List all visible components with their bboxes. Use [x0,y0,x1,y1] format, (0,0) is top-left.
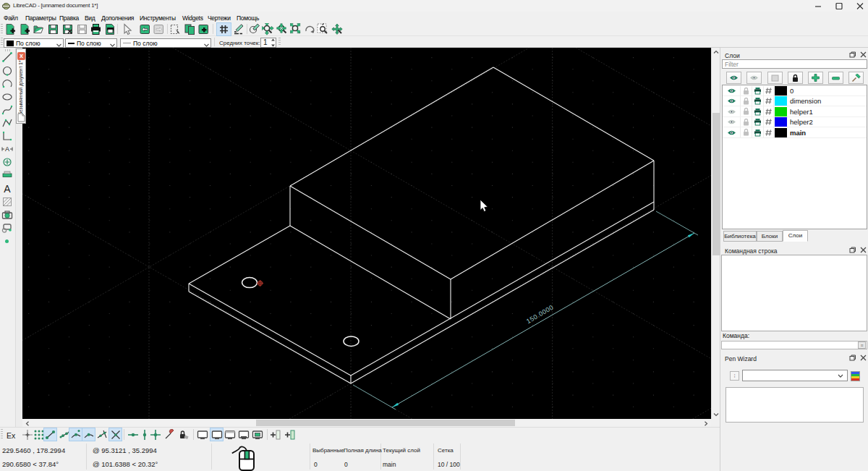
svg-text:A: A [4,183,11,195]
svg-text:A: A [4,145,9,153]
